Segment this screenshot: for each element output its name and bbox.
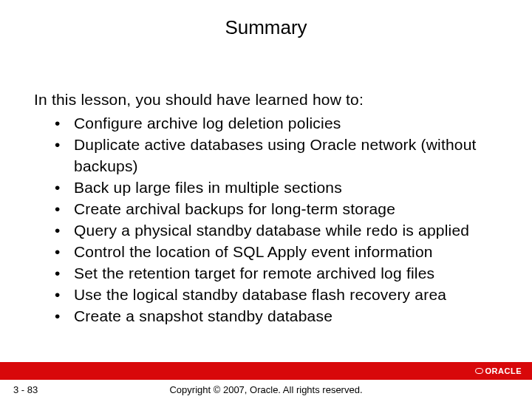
- page-number: 3 - 83: [13, 384, 38, 395]
- brand-bar: ORACLE: [0, 362, 532, 380]
- intro-text: In this lesson, you should have learned …: [34, 91, 510, 109]
- bullet-list: Configure archive log deletion policies …: [34, 113, 510, 327]
- list-item: Query a physical standby database while …: [55, 220, 510, 242]
- slide: Summary In this lesson, you should have …: [0, 0, 532, 399]
- list-item: Back up large files in multiple sections: [55, 177, 510, 199]
- oracle-o-icon: [475, 368, 483, 374]
- list-item: Use the logical standby database flash r…: [55, 284, 510, 306]
- footer-bottom: 3 - 83 Copyright © 2007, Oracle. All rig…: [0, 380, 532, 399]
- oracle-logo: ORACLE: [475, 366, 522, 375]
- list-item: Create archival backups for long-term st…: [55, 199, 510, 220]
- list-item: Duplicate active databases using Oracle …: [55, 134, 510, 177]
- list-item: Control the location of SQL Apply event …: [55, 242, 510, 263]
- list-item: Configure archive log deletion policies: [55, 113, 510, 134]
- footer: ORACLE 3 - 83 Copyright © 2007, Oracle. …: [0, 362, 532, 399]
- slide-title: Summary: [0, 16, 532, 39]
- slide-body: In this lesson, you should have learned …: [0, 39, 532, 399]
- copyright-text: Copyright © 2007, Oracle. All rights res…: [169, 384, 362, 395]
- oracle-logo-text: ORACLE: [485, 366, 522, 375]
- list-item: Create a snapshot standby database: [55, 306, 510, 327]
- list-item: Set the retention target for remote arch…: [55, 263, 510, 284]
